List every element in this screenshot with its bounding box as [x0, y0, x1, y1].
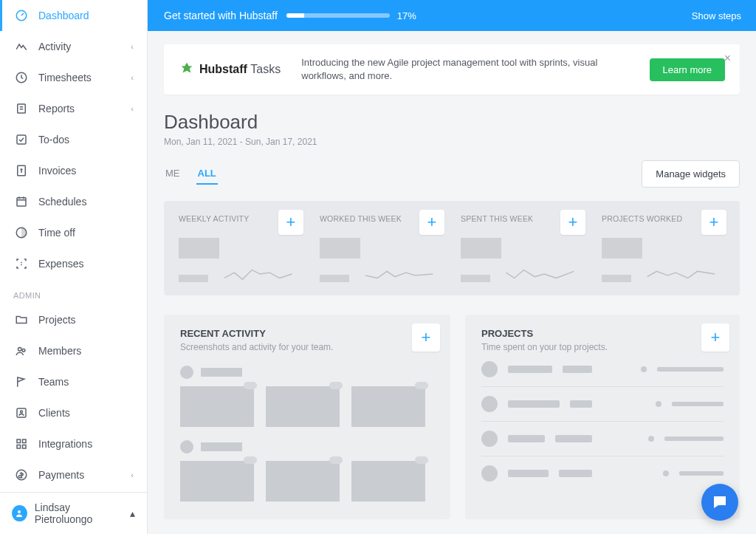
svg-rect-12: [23, 439, 27, 443]
sidebar-item-label: Payments: [38, 469, 84, 481]
stat-spent-this-week: SPENT THIS WEEK +: [455, 210, 590, 287]
screenshot-thumb: [351, 461, 425, 502]
sidebar-item-timeoff[interactable]: Time off: [0, 217, 147, 248]
svg-rect-5: [17, 198, 26, 206]
onboarding-bar: Get started with Hubstaff 17% Show steps: [148, 0, 756, 31]
add-widget-button[interactable]: +: [560, 210, 585, 235]
add-widget-button[interactable]: +: [419, 210, 444, 235]
sidebar-item-label: Invoices: [38, 165, 76, 177]
onboarding-progress: 17%: [286, 10, 416, 21]
screenshot-thumb: [180, 461, 254, 502]
flag-icon: [13, 374, 30, 390]
main: Get started with Hubstaff 17% Show steps…: [148, 0, 756, 534]
add-widget-button[interactable]: +: [278, 210, 303, 235]
tab-all[interactable]: ALL: [196, 163, 218, 185]
chevron-left-icon: ‹: [131, 73, 134, 82]
sidebar-item-label: Schedules: [38, 196, 86, 208]
sparkline-icon: [496, 266, 584, 282]
date-range: Mon, Jan 11, 2021 - Sun, Jan 17, 2021: [164, 137, 740, 147]
sidebar-item-members[interactable]: Members: [0, 335, 147, 366]
sidebar-item-teams[interactable]: Teams: [0, 366, 147, 397]
svg-point-19: [18, 510, 21, 513]
dashboard-tabs: ME ALL: [164, 163, 218, 185]
add-widget-button[interactable]: +: [701, 324, 729, 352]
learn-more-button[interactable]: Learn more: [650, 58, 725, 81]
card-subtitle: Screenshots and activity for your team.: [180, 342, 434, 352]
sidebar-item-label: Clients: [38, 407, 70, 419]
sidebar-item-label: Time off: [38, 227, 75, 239]
sidebar: Dashboard Activity ‹ Timesheets ‹ Report…: [0, 0, 148, 534]
sidebar-item-todos[interactable]: To-dos: [0, 124, 147, 155]
recent-activity-card: + RECENT ACTIVITY Screenshots and activi…: [164, 315, 450, 519]
svg-rect-14: [23, 445, 27, 449]
sidebar-item-projects[interactable]: Projects: [0, 304, 147, 335]
chevron-left-icon: ‹: [131, 104, 134, 113]
dollar-icon: [13, 467, 30, 483]
page-title: Dashboard: [164, 111, 740, 134]
sidebar-item-label: Reports: [38, 103, 75, 114]
hubstaff-tasks-icon: [179, 61, 195, 78]
sidebar-item-expenses[interactable]: Expenses: [0, 248, 147, 279]
sidebar-item-invoices[interactable]: Invoices: [0, 155, 147, 186]
clock-icon: [13, 69, 30, 86]
user-menu[interactable]: Lindsay Pietroluongo ▴: [0, 492, 147, 534]
sidebar-item-clients[interactable]: Clients: [0, 397, 147, 428]
chat-button[interactable]: [701, 484, 738, 521]
skeleton-row: [180, 366, 434, 379]
timer-icon: [13, 225, 30, 241]
svg-rect-13: [17, 445, 21, 449]
svg-rect-11: [17, 439, 21, 443]
folder-icon: [13, 312, 30, 328]
scan-icon: [13, 256, 30, 272]
projects-card: + PROJECTS Time spent on your top projec…: [465, 315, 740, 519]
project-row: [481, 387, 724, 422]
sidebar-item-timesheets[interactable]: Timesheets ‹: [0, 62, 147, 93]
sidebar-item-label: Members: [38, 345, 81, 357]
svg-point-7: [18, 348, 22, 352]
tab-me[interactable]: ME: [164, 163, 182, 185]
sidebar-item-payments[interactable]: Payments ‹: [0, 459, 147, 490]
show-steps-link[interactable]: Show steps: [692, 10, 741, 21]
apps-icon: [13, 436, 30, 452]
screenshot-thumb: [180, 386, 254, 427]
client-icon: [13, 405, 30, 421]
sidebar-item-schedules[interactable]: Schedules: [0, 186, 147, 217]
svg-point-8: [22, 349, 25, 352]
stat-worked-this-week: WORKED THIS WEEK +: [314, 210, 449, 287]
sidebar-item-integrations[interactable]: Integrations: [0, 428, 147, 459]
report-icon: [13, 100, 30, 117]
calendar-icon: [13, 194, 30, 210]
sidebar-item-activity[interactable]: Activity ‹: [0, 31, 147, 62]
screenshot-thumb: [266, 461, 340, 502]
close-icon[interactable]: ×: [724, 52, 731, 65]
stat-projects-worked: PROJECTS WORKED +: [596, 210, 731, 287]
caret-up-icon: ▴: [130, 507, 135, 519]
sidebar-item-label: Projects: [38, 314, 76, 326]
promo-banner: × Hubstaff Tasks Introducing the new Agi…: [164, 44, 740, 95]
sidebar-item-settings[interactable]: Settings ‹: [0, 490, 147, 492]
screenshot-thumb: [266, 386, 340, 427]
chat-icon: [711, 493, 729, 511]
sidebar-section-admin: ADMIN: [0, 279, 147, 304]
card-title: RECENT ACTIVITY: [180, 328, 434, 339]
project-row: [481, 352, 724, 387]
sidebar-item-dashboard[interactable]: Dashboard: [0, 0, 147, 31]
sidebar-item-reports[interactable]: Reports ‹: [0, 93, 147, 124]
user-name: Lindsay Pietroluongo: [35, 502, 126, 525]
promo-logo: Hubstaff Tasks: [179, 61, 281, 78]
add-widget-button[interactable]: +: [412, 324, 440, 352]
skeleton-row: [180, 440, 434, 453]
manage-widgets-button[interactable]: Manage widgets: [642, 160, 740, 188]
add-widget-button[interactable]: +: [701, 210, 726, 235]
card-title: PROJECTS: [481, 328, 724, 339]
sparkline-icon: [637, 266, 725, 282]
invoice-icon: [13, 162, 30, 179]
svg-point-10: [21, 411, 23, 413]
sidebar-item-label: Activity: [38, 41, 71, 52]
sidebar-item-label: Dashboard: [38, 10, 89, 21]
checkbox-icon: [13, 131, 30, 148]
svg-rect-3: [17, 135, 26, 144]
avatar: [12, 505, 27, 521]
project-row: [481, 456, 724, 490]
card-subtitle: Time spent on your top projects.: [481, 342, 724, 352]
